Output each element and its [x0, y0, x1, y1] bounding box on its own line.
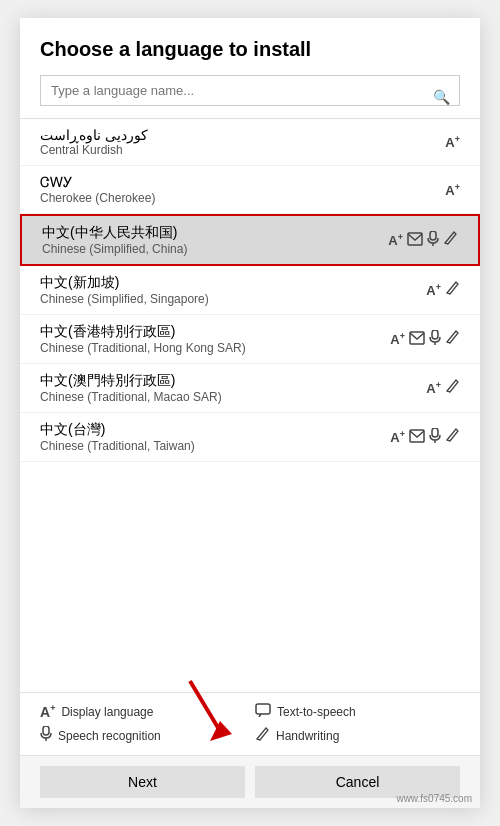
svg-rect-8 — [432, 330, 438, 339]
legend-item-3: Handwriting — [255, 726, 460, 745]
lang-icons-1: A+ — [445, 181, 460, 197]
lang-icon-Aplus: A+ — [388, 232, 403, 248]
next-button[interactable]: Next — [40, 766, 245, 798]
lang-icon-✏ — [445, 379, 460, 397]
legend-label-1: Text-to-speech — [277, 705, 356, 719]
lang-text-4: 中文(香港特別行政區)Chinese (Traditional, Hong Ko… — [40, 323, 390, 355]
svg-marker-12 — [447, 380, 458, 392]
legend-label-0: Display language — [61, 705, 153, 719]
lang-item-3[interactable]: 中文(新加坡)Chinese (Simplified, Singapore)A+ — [20, 266, 480, 315]
lang-item-6[interactable]: 中文(台灣)Chinese (Traditional, Taiwan)A+ — [20, 413, 480, 462]
search-input[interactable] — [40, 75, 460, 106]
lang-english-2: Chinese (Simplified, China) — [42, 242, 388, 256]
lang-native-1: ᏣᎳᎩ — [40, 174, 445, 191]
lang-icon-✉ — [407, 232, 423, 249]
lang-native-5: 中文(澳門特別行政區) — [40, 372, 426, 390]
lang-item-1[interactable]: ᏣᎳᎩCherokee (Cherokee)A+ — [20, 166, 480, 214]
svg-rect-7 — [410, 332, 424, 344]
svg-rect-14 — [410, 430, 424, 442]
lang-icons-5: A+ — [426, 379, 460, 397]
lang-native-2: 中文(中华人民共和国) — [42, 224, 388, 242]
lang-icons-6: A+ — [390, 428, 460, 447]
lang-icons-3: A+ — [426, 281, 460, 299]
language-list: كوردیی ناوەڕاستCentral KurdishA+ᏣᎳᎩChero… — [20, 118, 480, 692]
lang-text-1: ᏣᎳᎩCherokee (Cherokee) — [40, 174, 445, 205]
lang-icon-✏ — [445, 281, 460, 299]
lang-icon-✏ — [445, 330, 460, 348]
svg-line-11 — [447, 342, 450, 343]
lang-item-4[interactable]: 中文(香港特別行政區)Chinese (Traditional, Hong Ko… — [20, 315, 480, 364]
lang-icons-4: A+ — [390, 330, 460, 349]
lang-icons-0: A+ — [445, 134, 460, 150]
watermark: www.fs0745.com — [396, 793, 472, 804]
lang-english-4: Chinese (Traditional, Hong Kong SAR) — [40, 341, 390, 355]
legend-grid: A+Display languageText-to-speechSpeech r… — [40, 703, 460, 745]
svg-marker-5 — [447, 282, 458, 294]
svg-marker-3 — [445, 232, 456, 244]
lang-native-3: 中文(新加坡) — [40, 274, 426, 292]
dialog-title: Choose a language to install — [20, 18, 480, 75]
legend-label-2: Speech recognition — [58, 729, 161, 743]
legend-icon-0: A+ — [40, 703, 55, 720]
svg-rect-1 — [430, 231, 436, 240]
language-install-dialog: Choose a language to install 🔍 كوردیی نا… — [20, 18, 480, 808]
lang-icon-Aplus: A+ — [426, 282, 441, 298]
lang-icon-Aplus: A+ — [390, 429, 405, 445]
lang-text-5: 中文(澳門特別行政區)Chinese (Traditional, Macao S… — [40, 372, 426, 404]
lang-item-0[interactable]: كوردیی ناوەڕاستCentral KurdishA+ — [20, 119, 480, 166]
svg-rect-15 — [432, 428, 438, 437]
lang-icon-Aplus: A+ — [445, 134, 460, 150]
svg-rect-0 — [408, 233, 422, 245]
svg-line-13 — [447, 391, 450, 392]
lang-item-5[interactable]: 中文(澳門特別行政區)Chinese (Traditional, Macao S… — [20, 364, 480, 413]
lang-text-3: 中文(新加坡)Chinese (Simplified, Singapore) — [40, 274, 426, 306]
lang-native-4: 中文(香港特別行政區) — [40, 323, 390, 341]
legend-icon-2 — [40, 726, 52, 745]
lang-icon-✉ — [409, 331, 425, 348]
lang-icon-✉ — [409, 429, 425, 446]
lang-item-2[interactable]: 中文(中华人民共和国)Chinese (Simplified, China)A+ — [20, 214, 480, 266]
lang-text-6: 中文(台灣)Chinese (Traditional, Taiwan) — [40, 421, 390, 453]
lang-icon-✏ — [443, 231, 458, 249]
lang-text-2: 中文(中华人民共和国)Chinese (Simplified, China) — [42, 224, 388, 256]
lang-english-0: Central Kurdish — [40, 143, 445, 157]
svg-rect-21 — [43, 726, 49, 735]
lang-icon-🎤 — [429, 428, 441, 447]
lang-icon-Aplus: A+ — [390, 331, 405, 347]
lang-english-5: Chinese (Traditional, Macao SAR) — [40, 390, 426, 404]
svg-line-6 — [447, 293, 450, 294]
legend-label-3: Handwriting — [276, 729, 339, 743]
legend-item-1: Text-to-speech — [255, 703, 460, 720]
search-container: 🔍 — [20, 75, 480, 118]
lang-icon-Aplus: A+ — [426, 380, 441, 396]
svg-line-18 — [447, 440, 450, 441]
lang-english-1: Cherokee (Cherokee) — [40, 191, 445, 205]
legend-item-0: A+Display language — [40, 703, 245, 720]
svg-line-24 — [257, 739, 260, 740]
lang-native-0: كوردیی ناوەڕاست — [40, 127, 445, 143]
legend-icon-3 — [255, 727, 270, 745]
lang-icons-2: A+ — [388, 231, 458, 250]
lang-text-0: كوردیی ناوەڕاستCentral Kurdish — [40, 127, 445, 157]
lang-english-6: Chinese (Traditional, Taiwan) — [40, 439, 390, 453]
svg-marker-17 — [447, 429, 458, 441]
legend-item-2: Speech recognition — [40, 726, 245, 745]
legend-section: A+Display languageText-to-speechSpeech r… — [20, 692, 480, 755]
legend-icon-1 — [255, 703, 271, 720]
lang-icon-✏ — [445, 428, 460, 446]
svg-line-4 — [445, 243, 448, 244]
lang-icon-🎤 — [427, 231, 439, 250]
lang-icon-Aplus: A+ — [445, 181, 460, 197]
lang-native-6: 中文(台灣) — [40, 421, 390, 439]
svg-rect-19 — [256, 704, 270, 714]
lang-english-3: Chinese (Simplified, Singapore) — [40, 292, 426, 306]
svg-marker-23 — [257, 728, 268, 740]
svg-marker-10 — [447, 331, 458, 343]
search-icon: 🔍 — [433, 89, 450, 105]
lang-icon-🎤 — [429, 330, 441, 349]
